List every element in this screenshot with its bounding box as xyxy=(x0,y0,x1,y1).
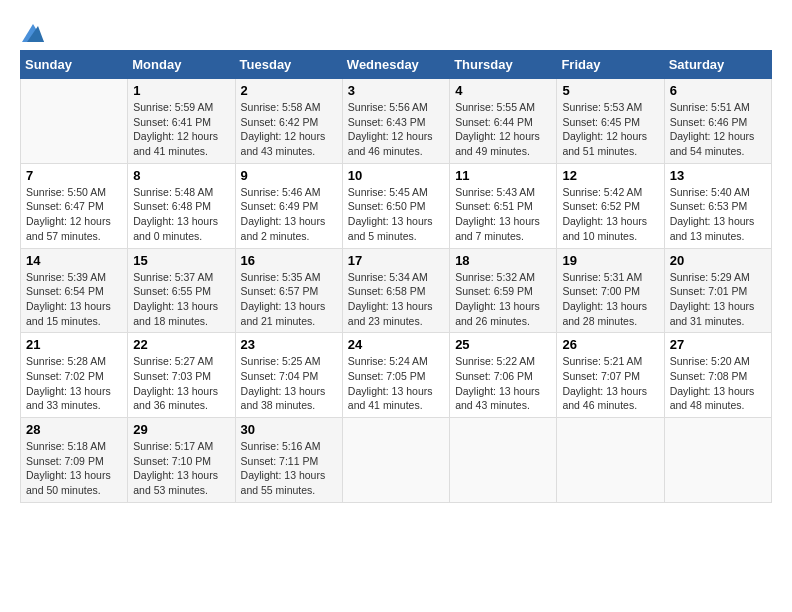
day-number: 5 xyxy=(562,83,658,98)
day-info: Sunrise: 5:53 AMSunset: 6:45 PMDaylight:… xyxy=(562,100,658,159)
calendar-cell: 5Sunrise: 5:53 AMSunset: 6:45 PMDaylight… xyxy=(557,79,664,164)
calendar-week-1: 1Sunrise: 5:59 AMSunset: 6:41 PMDaylight… xyxy=(21,79,772,164)
calendar-cell xyxy=(664,418,771,503)
calendar-cell: 13Sunrise: 5:40 AMSunset: 6:53 PMDayligh… xyxy=(664,163,771,248)
day-info: Sunrise: 5:17 AMSunset: 7:10 PMDaylight:… xyxy=(133,439,229,498)
calendar-cell: 27Sunrise: 5:20 AMSunset: 7:08 PMDayligh… xyxy=(664,333,771,418)
day-info: Sunrise: 5:18 AMSunset: 7:09 PMDaylight:… xyxy=(26,439,122,498)
calendar-cell: 15Sunrise: 5:37 AMSunset: 6:55 PMDayligh… xyxy=(128,248,235,333)
day-info: Sunrise: 5:46 AMSunset: 6:49 PMDaylight:… xyxy=(241,185,337,244)
day-number: 26 xyxy=(562,337,658,352)
day-info: Sunrise: 5:16 AMSunset: 7:11 PMDaylight:… xyxy=(241,439,337,498)
calendar-header-row: SundayMondayTuesdayWednesdayThursdayFrid… xyxy=(21,51,772,79)
day-info: Sunrise: 5:48 AMSunset: 6:48 PMDaylight:… xyxy=(133,185,229,244)
day-info: Sunrise: 5:42 AMSunset: 6:52 PMDaylight:… xyxy=(562,185,658,244)
day-number: 25 xyxy=(455,337,551,352)
calendar-week-3: 14Sunrise: 5:39 AMSunset: 6:54 PMDayligh… xyxy=(21,248,772,333)
calendar-cell: 24Sunrise: 5:24 AMSunset: 7:05 PMDayligh… xyxy=(342,333,449,418)
page-header xyxy=(20,20,772,40)
calendar-cell: 28Sunrise: 5:18 AMSunset: 7:09 PMDayligh… xyxy=(21,418,128,503)
calendar-cell: 23Sunrise: 5:25 AMSunset: 7:04 PMDayligh… xyxy=(235,333,342,418)
calendar-cell: 4Sunrise: 5:55 AMSunset: 6:44 PMDaylight… xyxy=(450,79,557,164)
day-number: 19 xyxy=(562,253,658,268)
day-number: 12 xyxy=(562,168,658,183)
day-number: 22 xyxy=(133,337,229,352)
day-number: 9 xyxy=(241,168,337,183)
calendar-cell: 16Sunrise: 5:35 AMSunset: 6:57 PMDayligh… xyxy=(235,248,342,333)
calendar-cell xyxy=(557,418,664,503)
day-info: Sunrise: 5:21 AMSunset: 7:07 PMDaylight:… xyxy=(562,354,658,413)
day-info: Sunrise: 5:27 AMSunset: 7:03 PMDaylight:… xyxy=(133,354,229,413)
day-info: Sunrise: 5:35 AMSunset: 6:57 PMDaylight:… xyxy=(241,270,337,329)
day-info: Sunrise: 5:39 AMSunset: 6:54 PMDaylight:… xyxy=(26,270,122,329)
logo xyxy=(20,20,44,40)
calendar-cell: 21Sunrise: 5:28 AMSunset: 7:02 PMDayligh… xyxy=(21,333,128,418)
calendar-cell: 2Sunrise: 5:58 AMSunset: 6:42 PMDaylight… xyxy=(235,79,342,164)
day-info: Sunrise: 5:40 AMSunset: 6:53 PMDaylight:… xyxy=(670,185,766,244)
header-day-sunday: Sunday xyxy=(21,51,128,79)
day-info: Sunrise: 5:51 AMSunset: 6:46 PMDaylight:… xyxy=(670,100,766,159)
calendar-week-5: 28Sunrise: 5:18 AMSunset: 7:09 PMDayligh… xyxy=(21,418,772,503)
day-info: Sunrise: 5:55 AMSunset: 6:44 PMDaylight:… xyxy=(455,100,551,159)
day-number: 23 xyxy=(241,337,337,352)
calendar-week-4: 21Sunrise: 5:28 AMSunset: 7:02 PMDayligh… xyxy=(21,333,772,418)
day-info: Sunrise: 5:32 AMSunset: 6:59 PMDaylight:… xyxy=(455,270,551,329)
day-number: 3 xyxy=(348,83,444,98)
calendar-cell: 12Sunrise: 5:42 AMSunset: 6:52 PMDayligh… xyxy=(557,163,664,248)
day-number: 7 xyxy=(26,168,122,183)
day-number: 28 xyxy=(26,422,122,437)
day-info: Sunrise: 5:25 AMSunset: 7:04 PMDaylight:… xyxy=(241,354,337,413)
day-info: Sunrise: 5:34 AMSunset: 6:58 PMDaylight:… xyxy=(348,270,444,329)
calendar-cell: 22Sunrise: 5:27 AMSunset: 7:03 PMDayligh… xyxy=(128,333,235,418)
day-number: 27 xyxy=(670,337,766,352)
day-info: Sunrise: 5:56 AMSunset: 6:43 PMDaylight:… xyxy=(348,100,444,159)
day-number: 14 xyxy=(26,253,122,268)
day-info: Sunrise: 5:29 AMSunset: 7:01 PMDaylight:… xyxy=(670,270,766,329)
day-number: 29 xyxy=(133,422,229,437)
day-number: 6 xyxy=(670,83,766,98)
day-number: 8 xyxy=(133,168,229,183)
day-number: 20 xyxy=(670,253,766,268)
day-number: 17 xyxy=(348,253,444,268)
day-info: Sunrise: 5:43 AMSunset: 6:51 PMDaylight:… xyxy=(455,185,551,244)
logo-icon xyxy=(22,24,44,42)
day-info: Sunrise: 5:22 AMSunset: 7:06 PMDaylight:… xyxy=(455,354,551,413)
header-day-monday: Monday xyxy=(128,51,235,79)
day-number: 2 xyxy=(241,83,337,98)
calendar-cell: 17Sunrise: 5:34 AMSunset: 6:58 PMDayligh… xyxy=(342,248,449,333)
header-day-thursday: Thursday xyxy=(450,51,557,79)
day-info: Sunrise: 5:58 AMSunset: 6:42 PMDaylight:… xyxy=(241,100,337,159)
header-day-wednesday: Wednesday xyxy=(342,51,449,79)
day-number: 30 xyxy=(241,422,337,437)
day-number: 21 xyxy=(26,337,122,352)
calendar-cell: 25Sunrise: 5:22 AMSunset: 7:06 PMDayligh… xyxy=(450,333,557,418)
day-number: 11 xyxy=(455,168,551,183)
calendar-cell: 26Sunrise: 5:21 AMSunset: 7:07 PMDayligh… xyxy=(557,333,664,418)
day-number: 18 xyxy=(455,253,551,268)
day-info: Sunrise: 5:31 AMSunset: 7:00 PMDaylight:… xyxy=(562,270,658,329)
logo-text xyxy=(20,20,44,42)
calendar-cell: 14Sunrise: 5:39 AMSunset: 6:54 PMDayligh… xyxy=(21,248,128,333)
calendar-cell xyxy=(342,418,449,503)
calendar-cell: 19Sunrise: 5:31 AMSunset: 7:00 PMDayligh… xyxy=(557,248,664,333)
header-day-friday: Friday xyxy=(557,51,664,79)
calendar-cell: 3Sunrise: 5:56 AMSunset: 6:43 PMDaylight… xyxy=(342,79,449,164)
header-day-saturday: Saturday xyxy=(664,51,771,79)
calendar-cell: 6Sunrise: 5:51 AMSunset: 6:46 PMDaylight… xyxy=(664,79,771,164)
calendar-cell: 30Sunrise: 5:16 AMSunset: 7:11 PMDayligh… xyxy=(235,418,342,503)
header-day-tuesday: Tuesday xyxy=(235,51,342,79)
calendar-table: SundayMondayTuesdayWednesdayThursdayFrid… xyxy=(20,50,772,503)
day-number: 15 xyxy=(133,253,229,268)
day-info: Sunrise: 5:28 AMSunset: 7:02 PMDaylight:… xyxy=(26,354,122,413)
day-info: Sunrise: 5:20 AMSunset: 7:08 PMDaylight:… xyxy=(670,354,766,413)
calendar-cell: 20Sunrise: 5:29 AMSunset: 7:01 PMDayligh… xyxy=(664,248,771,333)
calendar-cell: 11Sunrise: 5:43 AMSunset: 6:51 PMDayligh… xyxy=(450,163,557,248)
day-info: Sunrise: 5:59 AMSunset: 6:41 PMDaylight:… xyxy=(133,100,229,159)
calendar-cell: 29Sunrise: 5:17 AMSunset: 7:10 PMDayligh… xyxy=(128,418,235,503)
day-info: Sunrise: 5:50 AMSunset: 6:47 PMDaylight:… xyxy=(26,185,122,244)
calendar-week-2: 7Sunrise: 5:50 AMSunset: 6:47 PMDaylight… xyxy=(21,163,772,248)
day-number: 10 xyxy=(348,168,444,183)
calendar-cell xyxy=(21,79,128,164)
calendar-cell: 18Sunrise: 5:32 AMSunset: 6:59 PMDayligh… xyxy=(450,248,557,333)
day-info: Sunrise: 5:45 AMSunset: 6:50 PMDaylight:… xyxy=(348,185,444,244)
